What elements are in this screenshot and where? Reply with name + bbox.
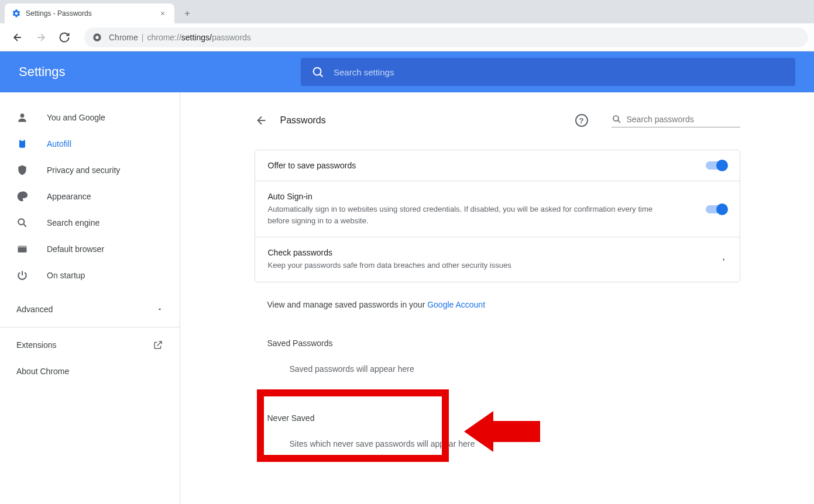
password-search-input[interactable] bbox=[627, 115, 740, 124]
manage-info-text: View and manage saved passwords in your … bbox=[255, 282, 740, 315]
palette-icon bbox=[16, 191, 28, 202]
svg-rect-4 bbox=[19, 140, 25, 147]
sidebar-extensions-link[interactable]: Extensions bbox=[0, 333, 180, 357]
row-title: Check passwords bbox=[268, 248, 714, 257]
close-icon[interactable] bbox=[158, 9, 167, 18]
settings-card: Offer to save passwords Auto Sign-in Aut… bbox=[255, 150, 740, 282]
sidebar-about-label: About Chrome bbox=[16, 367, 69, 376]
page-title: Passwords bbox=[280, 115, 564, 126]
toggle-auto-signin[interactable] bbox=[706, 205, 727, 213]
svg-point-3 bbox=[20, 113, 25, 118]
saved-passwords-empty: Saved passwords will appear here bbox=[255, 348, 740, 390]
search-settings-field[interactable] bbox=[301, 58, 795, 86]
row-title: Auto Sign-in bbox=[268, 192, 706, 201]
sidebar-item-label: Appearance bbox=[47, 192, 91, 201]
browser-icon bbox=[16, 243, 28, 255]
sidebar-item-default-browser[interactable]: Default browser bbox=[0, 237, 180, 261]
sidebar-item-label: You and Google bbox=[47, 113, 105, 122]
back-button[interactable] bbox=[8, 28, 27, 47]
never-saved-heading: Never Saved bbox=[255, 413, 740, 423]
row-description: Automatically sign in to websites using … bbox=[268, 203, 654, 226]
settings-sidebar: You and Google Autofill Privacy and secu… bbox=[0, 92, 180, 504]
tab-strip: Settings - Passwords bbox=[0, 0, 814, 23]
external-link-icon bbox=[153, 340, 163, 350]
sidebar-extensions-label: Extensions bbox=[16, 340, 56, 350]
new-tab-button[interactable] bbox=[179, 5, 195, 22]
search-settings-input[interactable] bbox=[334, 67, 785, 77]
svg-point-2 bbox=[314, 68, 321, 75]
tab-title: Settings - Passwords bbox=[26, 9, 158, 18]
sidebar-item-appearance[interactable]: Appearance bbox=[0, 185, 180, 208]
row-offer-save: Offer to save passwords bbox=[255, 150, 740, 181]
saved-passwords-section: Saved Passwords Saved passwords will app… bbox=[255, 339, 740, 390]
toggle-offer-save[interactable] bbox=[706, 161, 727, 170]
power-icon bbox=[16, 270, 28, 281]
page-header: Passwords ? bbox=[255, 104, 740, 137]
settings-header: Settings bbox=[0, 51, 814, 92]
sidebar-item-on-startup[interactable]: On startup bbox=[0, 264, 180, 287]
sidebar-item-you-and-google[interactable]: You and Google bbox=[0, 106, 180, 129]
sidebar-item-privacy[interactable]: Privacy and security bbox=[0, 158, 180, 182]
address-bar[interactable]: Chrome | chrome://settings/passwords bbox=[84, 27, 808, 47]
settings-title: Settings bbox=[19, 64, 66, 80]
row-title: Offer to save passwords bbox=[268, 161, 706, 170]
main-content: Passwords ? Offer to save passwords Auto… bbox=[180, 92, 814, 504]
search-icon bbox=[311, 65, 324, 78]
search-icon bbox=[16, 217, 28, 229]
saved-passwords-heading: Saved Passwords bbox=[255, 339, 740, 348]
google-account-link[interactable]: Google Account bbox=[427, 300, 485, 309]
sidebar-item-label: Privacy and security bbox=[47, 165, 120, 175]
sidebar-advanced-label: Advanced bbox=[16, 305, 53, 314]
chrome-icon bbox=[92, 33, 109, 42]
sidebar-advanced-toggle[interactable]: Advanced bbox=[0, 298, 180, 321]
browser-tab[interactable]: Settings - Passwords bbox=[5, 4, 174, 23]
person-icon bbox=[16, 112, 28, 123]
row-auto-signin: Auto Sign-in Automatically sign in to we… bbox=[255, 181, 740, 237]
sidebar-item-autofill[interactable]: Autofill bbox=[0, 132, 180, 156]
row-check-passwords[interactable]: Check passwords Keep your passwords safe… bbox=[255, 237, 740, 282]
chevron-right-icon bbox=[721, 257, 727, 263]
sidebar-item-label: Search engine bbox=[47, 218, 99, 227]
gear-icon bbox=[12, 9, 26, 18]
clipboard-icon bbox=[16, 138, 28, 150]
help-icon[interactable]: ? bbox=[575, 114, 588, 127]
row-description: Keep your passwords safe from data breac… bbox=[268, 260, 654, 271]
url-scheme: chrome:// bbox=[147, 33, 181, 42]
svg-point-1 bbox=[95, 36, 98, 39]
sidebar-item-label: Autofill bbox=[47, 139, 71, 149]
svg-rect-8 bbox=[18, 246, 27, 247]
search-icon bbox=[612, 114, 622, 125]
sidebar-about-link[interactable]: About Chrome bbox=[0, 360, 180, 383]
sidebar-item-label: On startup bbox=[47, 271, 85, 280]
browser-toolbar: Chrome | chrome://settings/passwords bbox=[0, 23, 814, 51]
sidebar-item-label: Default browser bbox=[47, 244, 104, 254]
never-saved-empty: Sites which never save passwords will ap… bbox=[255, 423, 740, 465]
svg-point-9 bbox=[613, 116, 619, 121]
reload-button[interactable] bbox=[55, 28, 74, 47]
divider bbox=[0, 327, 180, 327]
svg-rect-5 bbox=[21, 139, 24, 141]
shield-icon bbox=[16, 164, 28, 176]
never-saved-section: Never Saved Sites which never save passw… bbox=[255, 413, 740, 465]
forward-button[interactable] bbox=[32, 28, 50, 47]
sidebar-item-search-engine[interactable]: Search engine bbox=[0, 211, 180, 234]
password-search-field[interactable] bbox=[612, 114, 740, 127]
back-arrow-button[interactable] bbox=[255, 113, 269, 127]
omnibox-label: Chrome bbox=[109, 33, 138, 42]
svg-point-6 bbox=[18, 219, 24, 225]
chevron-down-icon bbox=[156, 306, 163, 313]
